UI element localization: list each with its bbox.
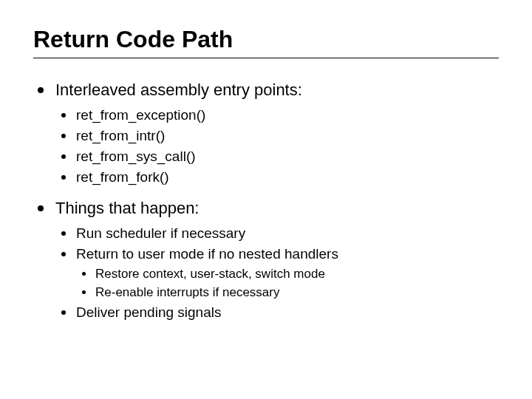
list-item-text: Re-enable interrupts if necessary: [95, 285, 279, 299]
list-item: Deliver pending signals: [55, 304, 499, 321]
list-item: Re-enable interrupts if necessary: [76, 285, 499, 300]
list-item-text: ret_from_fork(): [76, 169, 169, 185]
list-item: Run scheduler if necessary: [55, 225, 499, 242]
list-item-text: Run scheduler if necessary: [76, 225, 245, 241]
list-item: ret_from_exception(): [55, 107, 499, 123]
slide-title: Return Code Path: [33, 26, 499, 58]
list-item-text: Deliver pending signals: [76, 304, 221, 320]
list-item: ret_from_fork(): [55, 169, 499, 185]
sub-sub-list: Restore context, user-stack, switch mode…: [76, 267, 499, 300]
list-item-text: ret_from_intr(): [76, 128, 165, 143]
list-item-text: ret_from_exception(): [76, 107, 205, 123]
list-item: Restore context, user-stack, switch mode: [76, 267, 499, 282]
list-item: ret_from_sys_call(): [55, 149, 499, 165]
list-item-text: Restore context, user-stack, switch mode: [95, 267, 325, 281]
list-item-text: Things that happen:: [55, 199, 199, 217]
bullet-list: Interleaved assembly entry points: ret_f…: [33, 81, 499, 321]
list-item: Interleaved assembly entry points: ret_f…: [33, 81, 499, 185]
sub-list: Run scheduler if necessary Return to use…: [55, 225, 499, 321]
list-item: ret_from_intr(): [55, 128, 499, 144]
list-item: Things that happen: Run scheduler if nec…: [33, 199, 499, 321]
slide: Return Code Path Interleaved assembly en…: [0, 0, 532, 349]
list-item: Return to user mode if no nested handler…: [55, 246, 499, 300]
list-item-text: ret_from_sys_call(): [76, 149, 196, 164]
list-item-text: Interleaved assembly entry points:: [55, 81, 302, 99]
sub-list: ret_from_exception() ret_from_intr() ret…: [55, 107, 499, 185]
list-item-text: Return to user mode if no nested handler…: [76, 246, 338, 262]
